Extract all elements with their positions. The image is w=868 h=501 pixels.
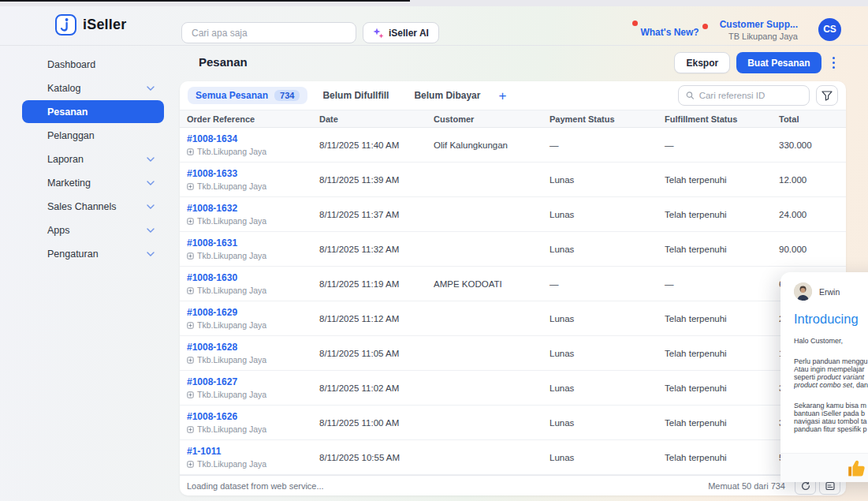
date-cell: 8/11/2025 11:02 AM <box>312 383 427 393</box>
chat-text-line: Halo Customer, <box>794 337 868 345</box>
date-cell: 8/11/2025 11:40 AM <box>312 140 427 150</box>
export-button[interactable]: Ekspor <box>674 52 730 73</box>
order-reference-link[interactable]: #1008-1633 <box>187 168 237 179</box>
order-reference-link[interactable]: #1008-1627 <box>187 376 237 387</box>
filter-button[interactable] <box>816 85 838 106</box>
global-search-input[interactable] <box>192 28 346 39</box>
sparkle-icon <box>373 28 384 39</box>
table-row[interactable]: #1008-1632Tkb.Likupang Jaya8/11/2025 11:… <box>180 197 846 232</box>
order-reference-cell: #1008-1627Tkb.Likupang Jaya <box>180 376 312 399</box>
sidebar-item-sales-channels[interactable]: Sales Channels <box>22 195 164 218</box>
thumbs-up-emoji[interactable] <box>847 458 868 482</box>
store-line: Tkb.Likupang Jaya <box>187 216 312 226</box>
chat-text-segment: navigasi atau tombol ta <box>794 417 867 425</box>
order-reference-link[interactable]: #1008-1628 <box>187 342 237 353</box>
chevron-down-icon <box>147 86 155 91</box>
chevron-down-icon <box>147 252 155 256</box>
order-reference-cell: #1008-1632Tkb.Likupang Jaya <box>180 203 312 226</box>
table-body: #1008-1634Tkb.Likupang Jaya8/11/2025 11:… <box>180 128 846 475</box>
table-row[interactable]: #1008-1634Tkb.Likupang Jaya8/11/2025 11:… <box>180 128 846 163</box>
chat-text-line: panduan fitur spesifik p <box>794 425 868 433</box>
brand-logo[interactable]: iSeller <box>55 14 126 36</box>
payment-status-cell: Lunas <box>542 453 658 462</box>
payment-status-cell: — <box>542 140 658 150</box>
whats-new-link[interactable]: What's New? <box>640 21 698 38</box>
order-reference-link[interactable]: #1008-1626 <box>187 411 237 422</box>
total-cell: 90.000 <box>772 245 846 254</box>
column-header: Customer <box>427 114 542 124</box>
order-reference-link[interactable]: #1008-1634 <box>187 133 237 144</box>
date-cell: 8/11/2025 11:37 AM <box>312 210 427 219</box>
table-row[interactable]: #1008-1631Tkb.Likupang Jaya8/11/2025 11:… <box>180 232 846 267</box>
order-reference-link[interactable]: #1-1011 <box>187 446 221 457</box>
sidebar-item-dashboard[interactable]: Dashboard <box>22 53 164 76</box>
order-reference-cell: #1008-1631Tkb.Likupang Jaya <box>180 237 312 260</box>
tab-belum-difullfill[interactable]: Belum Difullfill <box>312 87 399 104</box>
table-row[interactable]: #1008-1633Tkb.Likupang Jaya8/11/2025 11:… <box>180 163 846 197</box>
fulfillment-status-cell: Telah terpenuhi <box>658 314 772 323</box>
table-row[interactable]: #1008-1630Tkb.Likupang Jaya8/11/2025 11:… <box>180 267 846 301</box>
table-row[interactable]: #1-1011Tkb.Likupang Jaya8/11/2025 10:55 … <box>180 440 846 475</box>
more-options-icon[interactable] <box>828 54 840 73</box>
sidebar-item-pesanan[interactable]: Pesanan <box>22 100 164 123</box>
agent-avatar <box>794 282 812 301</box>
account-info[interactable]: Customer Supp... TB Likupang Jaya <box>720 17 798 41</box>
chat-message: Halo Customer,Perlu panduan mengguAtau i… <box>794 337 868 433</box>
tab-semua-pesanan[interactable]: Semua Pesanan734 <box>188 87 307 104</box>
store-name: Tkb.Likupang Jaya <box>197 286 266 295</box>
order-reference-link[interactable]: #1008-1630 <box>187 272 237 283</box>
order-reference-link[interactable]: #1008-1632 <box>187 203 237 214</box>
payment-status-cell: Lunas <box>542 175 658 185</box>
store-line: Tkb.Likupang Jaya <box>187 181 312 191</box>
chat-header: Erwin <box>780 272 868 301</box>
sidebar-item-label: Katalog <box>47 83 80 94</box>
paragraph-gap <box>794 345 868 357</box>
store-name: Tkb.Likupang Jaya <box>197 251 266 260</box>
chat-text-segment: Atau ingin mempelajar <box>794 365 865 373</box>
reference-search-input[interactable] <box>699 91 802 100</box>
sidebar-item-katalog[interactable]: Katalog <box>22 77 164 99</box>
sidebar-item-pelanggan[interactable]: Pelanggan <box>22 124 164 147</box>
account-company: TB Likupang Jaya <box>720 32 798 41</box>
table-row[interactable]: #1008-1628Tkb.Likupang Jaya8/11/2025 11:… <box>180 336 846 371</box>
store-line: Tkb.Likupang Jaya <box>187 286 312 295</box>
order-reference-link[interactable]: #1008-1629 <box>187 307 237 318</box>
fulfillment-status-cell: Telah terpenuhi <box>658 245 772 254</box>
sidebar-item-pengaturan[interactable]: Pengaturan <box>22 242 164 265</box>
store-name: Tkb.Likupang Jaya <box>197 320 266 330</box>
create-order-button[interactable]: Buat Pesanan <box>736 52 821 73</box>
sidebar-item-marketing[interactable]: Marketing <box>22 171 164 194</box>
avatar[interactable]: CS <box>818 18 841 41</box>
chat-widget[interactable]: Erwin Introducing Halo Customer,Perlu pa… <box>780 272 868 482</box>
order-reference-link[interactable]: #1008-1631 <box>187 237 237 249</box>
global-search[interactable] <box>181 22 356 43</box>
tab-label: Semua Pesanan <box>196 90 268 101</box>
store-icon <box>187 426 194 433</box>
table-row[interactable]: #1008-1626Tkb.Likupang Jaya8/11/2025 11:… <box>180 406 846 440</box>
store-line: Tkb.Likupang Jaya <box>187 390 312 399</box>
sidebar-item-label: Sales Channels <box>47 201 117 212</box>
sidebar-item-label: Pengaturan <box>47 249 99 260</box>
table-row[interactable]: #1008-1627Tkb.Likupang Jaya8/11/2025 11:… <box>180 371 846 406</box>
iseller-ai-button[interactable]: iSeller AI <box>363 22 439 43</box>
store-icon <box>187 287 194 294</box>
refresh-icon <box>801 481 810 491</box>
page-title: Pesanan <box>199 55 248 69</box>
chat-text-segment: bantuan iSeller pada b <box>794 409 865 417</box>
add-tab-button[interactable]: + <box>490 89 514 103</box>
header-right: What's New? Customer Supp... TB Likupang… <box>640 17 841 41</box>
chat-text-line: product combo set, dan <box>794 381 868 389</box>
fulfillment-status-cell: — <box>658 279 772 289</box>
payment-status-cell: Lunas <box>542 245 658 254</box>
reference-search[interactable] <box>678 85 810 106</box>
chat-text-line: Sekarang kamu bisa m <box>794 402 868 409</box>
sidebar-item-apps[interactable]: Apps <box>22 219 164 241</box>
sidebar-item-label: Pelanggan <box>47 130 95 141</box>
date-cell: 8/11/2025 11:32 AM <box>312 245 427 254</box>
sidebar-item-laporan[interactable]: Laporan <box>22 148 164 170</box>
column-header: Total <box>772 114 846 124</box>
table-row[interactable]: #1008-1629Tkb.Likupang Jaya8/11/2025 11:… <box>180 301 846 336</box>
fulfillment-status-cell: Telah terpenuhi <box>658 210 772 219</box>
tab-belum-dibayar[interactable]: Belum Dibayar <box>404 87 490 104</box>
chat-text-segment: product combo set <box>794 381 852 389</box>
